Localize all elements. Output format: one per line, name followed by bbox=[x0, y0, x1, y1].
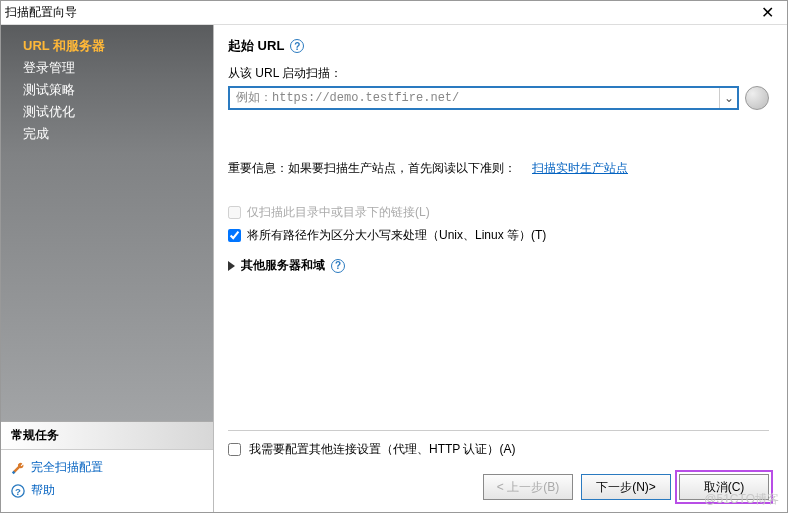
scan-production-guidelines-link[interactable]: 扫描实时生产站点 bbox=[532, 160, 628, 177]
nav-item-test-optimize[interactable]: 测试优化 bbox=[23, 101, 213, 123]
checkbox-label: 仅扫描此目录中或目录下的链接(L) bbox=[247, 204, 430, 221]
task-full-scan-config[interactable]: 完全扫描配置 bbox=[11, 456, 203, 479]
wrench-icon bbox=[11, 461, 25, 475]
back-button: < 上一步(B) bbox=[483, 474, 573, 500]
checkbox-connection-settings[interactable] bbox=[228, 443, 241, 456]
expand-label: 其他服务器和域 bbox=[241, 257, 325, 274]
window-title: 扫描配置向导 bbox=[5, 4, 751, 21]
nav-item-login[interactable]: 登录管理 bbox=[23, 57, 213, 79]
close-icon[interactable]: ✕ bbox=[751, 3, 783, 22]
checkbox-label: 将所有路径作为区分大小写来处理（Unix、Linux 等）(T) bbox=[247, 227, 546, 244]
nav-item-complete[interactable]: 完成 bbox=[23, 123, 213, 145]
svg-text:?: ? bbox=[15, 485, 21, 496]
go-button[interactable] bbox=[745, 86, 769, 110]
chevron-down-icon[interactable]: ⌄ bbox=[719, 88, 737, 108]
help-icon[interactable]: ? bbox=[290, 39, 304, 53]
help-icon[interactable]: ? bbox=[331, 259, 345, 273]
nav-item-url-servers[interactable]: URL 和服务器 bbox=[23, 35, 213, 57]
start-url-label: 从该 URL 启动扫描： bbox=[228, 65, 769, 82]
wizard-steps-nav: URL 和服务器 登录管理 测试策略 测试优化 完成 bbox=[1, 25, 213, 155]
task-help[interactable]: ? 帮助 bbox=[11, 479, 203, 502]
checkbox-input[interactable] bbox=[228, 229, 241, 242]
expand-other-servers[interactable]: 其他服务器和域 ? bbox=[228, 257, 769, 274]
task-label: 完全扫描配置 bbox=[31, 459, 103, 476]
checkbox-label: 我需要配置其他连接设置（代理、HTTP 认证）(A) bbox=[249, 441, 515, 458]
start-url-input[interactable] bbox=[230, 91, 719, 105]
next-button[interactable]: 下一步(N)> bbox=[581, 474, 671, 500]
important-info-text: 重要信息：如果要扫描生产站点，首先阅读以下准则： bbox=[228, 160, 516, 177]
section-title: 起始 URL bbox=[228, 37, 284, 55]
nav-item-test-policy[interactable]: 测试策略 bbox=[23, 79, 213, 101]
help-icon: ? bbox=[11, 484, 25, 498]
checkbox-input bbox=[228, 206, 241, 219]
triangle-right-icon bbox=[228, 261, 235, 271]
checkbox-only-under-dir: 仅扫描此目录中或目录下的链接(L) bbox=[228, 201, 769, 224]
task-label: 帮助 bbox=[31, 482, 55, 499]
tasks-header: 常规任务 bbox=[1, 421, 213, 449]
checkbox-case-sensitive[interactable]: 将所有路径作为区分大小写来处理（Unix、Linux 等）(T) bbox=[228, 224, 769, 247]
cancel-button[interactable]: 取消(C) bbox=[679, 474, 769, 500]
